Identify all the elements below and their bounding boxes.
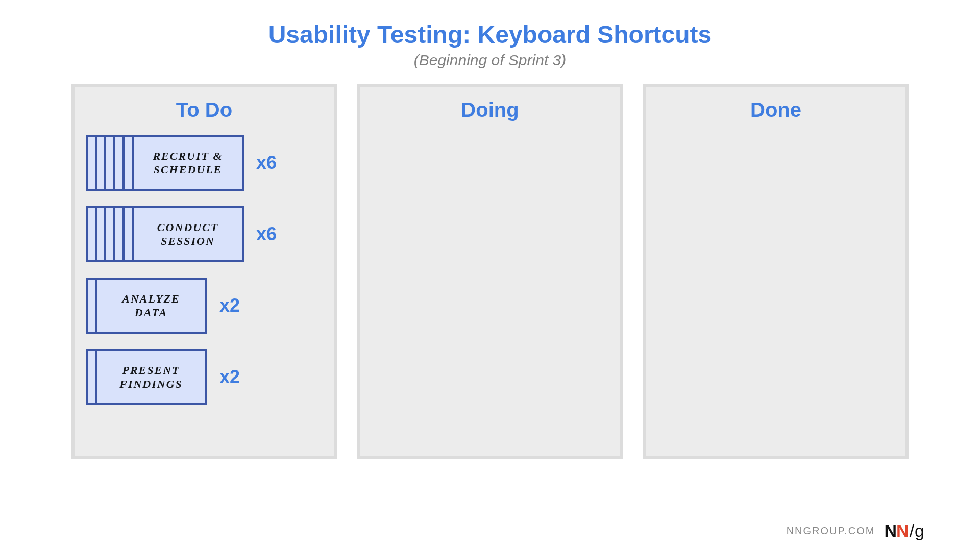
card-stack[interactable]: PRESENT FINDINGS (86, 349, 207, 405)
task-count: x6 (256, 152, 277, 173)
logo-slash: / (909, 521, 915, 540)
logo-n2: N (896, 521, 909, 540)
task-card-front[interactable]: RECRUIT & SCHEDULE (132, 135, 244, 191)
column-title-done: Done (657, 98, 894, 121)
page-subtitle: (Beginning of Sprint 3) (51, 52, 929, 69)
task-row: ANALYZE DATAx2 (86, 278, 323, 334)
logo-n1: N (885, 521, 897, 540)
card-stack[interactable]: ANALYZE DATA (86, 278, 207, 334)
column-todo: To Do RECRUIT & SCHEDULEx6CONDUCT SESSIO… (71, 84, 337, 459)
task-row: CONDUCT SESSIONx6 (86, 206, 323, 262)
task-card-front[interactable]: PRESENT FINDINGS (95, 349, 207, 405)
task-card-front[interactable]: ANALYZE DATA (95, 278, 207, 334)
kanban-board: To Do RECRUIT & SCHEDULEx6CONDUCT SESSIO… (51, 84, 929, 512)
logo-g: g (915, 521, 924, 540)
column-doing: Doing (357, 84, 623, 459)
card-stack[interactable]: CONDUCT SESSION (86, 206, 244, 262)
task-count: x2 (219, 366, 240, 388)
column-title-doing: Doing (372, 98, 608, 121)
task-count: x2 (219, 295, 240, 316)
task-card-front[interactable]: CONDUCT SESSION (132, 206, 244, 262)
column-title-todo: To Do (86, 98, 323, 121)
card-stack[interactable]: RECRUIT & SCHEDULE (86, 135, 244, 191)
nng-logo: NN/g (885, 521, 924, 541)
task-row: RECRUIT & SCHEDULEx6 (86, 135, 323, 191)
task-row: PRESENT FINDINGSx2 (86, 349, 323, 405)
footer: NNGROUP.COM NN/g (51, 512, 929, 541)
footer-url: NNGROUP.COM (787, 525, 875, 537)
column-done: Done (643, 84, 909, 459)
page-title: Usability Testing: Keyboard Shortcuts (51, 20, 929, 48)
task-count: x6 (256, 223, 277, 245)
